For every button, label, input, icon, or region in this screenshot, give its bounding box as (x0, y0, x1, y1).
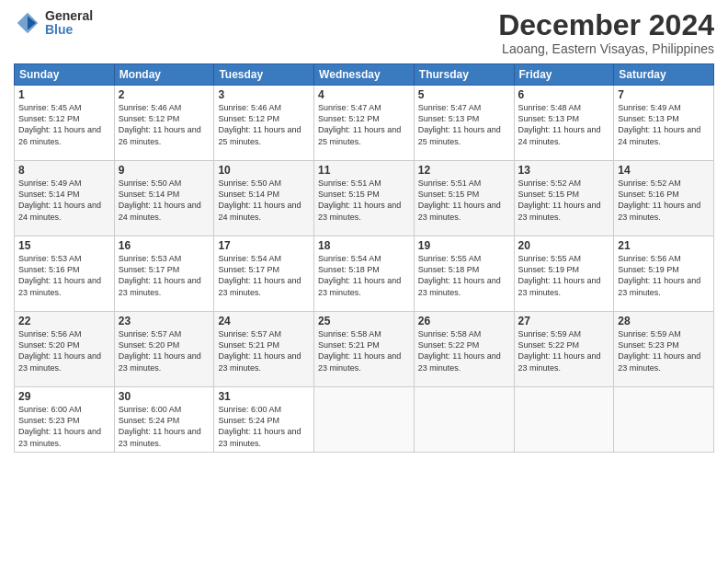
day-number: 25 (318, 315, 410, 327)
day-number: 8 (18, 164, 110, 177)
day-info: Sunrise: 5:48 AMSunset: 5:13 PMDaylight:… (518, 102, 610, 147)
day-number: 13 (518, 164, 610, 177)
day-info: Sunrise: 5:59 AMSunset: 5:22 PMDaylight:… (518, 328, 610, 373)
calendar-week-4: 22Sunrise: 5:56 AMSunset: 5:20 PMDayligh… (15, 312, 714, 387)
calendar-cell: 22Sunrise: 5:56 AMSunset: 5:20 PMDayligh… (15, 312, 115, 387)
calendar-cell (314, 387, 415, 453)
day-info: Sunrise: 5:46 AMSunset: 5:12 PMDaylight:… (218, 102, 310, 147)
day-header-tuesday: Tuesday (214, 64, 314, 86)
day-number: 19 (418, 239, 510, 252)
calendar-cell: 12Sunrise: 5:51 AMSunset: 5:15 PMDayligh… (414, 161, 514, 236)
calendar-week-2: 8Sunrise: 5:49 AMSunset: 5:14 PMDaylight… (15, 161, 714, 236)
day-number: 14 (618, 164, 710, 177)
calendar-cell: 11Sunrise: 5:51 AMSunset: 5:15 PMDayligh… (314, 161, 415, 236)
day-info: Sunrise: 5:47 AMSunset: 5:13 PMDaylight:… (418, 102, 510, 147)
header: General Blue December 2024 Laoang, Easte… (14, 9, 714, 56)
calendar-cell: 31Sunrise: 6:00 AMSunset: 5:24 PMDayligh… (214, 387, 314, 453)
calendar-cell: 14Sunrise: 5:52 AMSunset: 5:16 PMDayligh… (614, 161, 714, 236)
day-info: Sunrise: 5:51 AMSunset: 5:15 PMDaylight:… (318, 178, 410, 223)
day-number: 18 (318, 239, 410, 252)
day-info: Sunrise: 5:57 AMSunset: 5:21 PMDaylight:… (218, 328, 310, 373)
day-number: 27 (518, 315, 610, 327)
calendar-cell: 1Sunrise: 5:45 AMSunset: 5:12 PMDaylight… (15, 86, 115, 161)
day-info: Sunrise: 5:53 AMSunset: 5:16 PMDaylight:… (18, 253, 110, 298)
calendar-cell: 28Sunrise: 5:59 AMSunset: 5:23 PMDayligh… (614, 312, 714, 387)
day-number: 29 (18, 390, 110, 403)
day-info: Sunrise: 5:54 AMSunset: 5:17 PMDaylight:… (218, 253, 310, 298)
day-number: 31 (218, 390, 310, 403)
day-info: Sunrise: 5:50 AMSunset: 5:14 PMDaylight:… (119, 178, 210, 223)
day-info: Sunrise: 5:45 AMSunset: 5:12 PMDaylight:… (18, 102, 110, 147)
day-number: 22 (18, 315, 110, 327)
title-block: December 2024 Laoang, Eastern Visayas, P… (498, 9, 714, 56)
day-number: 21 (618, 239, 710, 252)
calendar-cell: 21Sunrise: 5:56 AMSunset: 5:19 PMDayligh… (614, 236, 714, 312)
calendar-cell: 26Sunrise: 5:58 AMSunset: 5:22 PMDayligh… (414, 312, 514, 387)
day-number: 20 (518, 239, 610, 252)
day-number: 10 (218, 164, 310, 177)
calendar-cell: 5Sunrise: 5:47 AMSunset: 5:13 PMDaylight… (414, 86, 514, 161)
day-info: Sunrise: 5:56 AMSunset: 5:20 PMDaylight:… (18, 328, 110, 373)
calendar-week-5: 29Sunrise: 6:00 AMSunset: 5:23 PMDayligh… (15, 387, 714, 453)
day-header-friday: Friday (514, 64, 614, 86)
day-header-sunday: Sunday (15, 64, 115, 86)
day-info: Sunrise: 5:54 AMSunset: 5:18 PMDaylight:… (318, 253, 410, 298)
calendar-cell: 13Sunrise: 5:52 AMSunset: 5:15 PMDayligh… (514, 161, 614, 236)
day-info: Sunrise: 5:58 AMSunset: 5:22 PMDaylight:… (418, 328, 510, 373)
calendar-cell: 23Sunrise: 5:57 AMSunset: 5:20 PMDayligh… (114, 312, 214, 387)
calendar-cell: 19Sunrise: 5:55 AMSunset: 5:18 PMDayligh… (414, 236, 514, 312)
calendar-week-1: 1Sunrise: 5:45 AMSunset: 5:12 PMDaylight… (15, 86, 714, 161)
day-info: Sunrise: 6:00 AMSunset: 5:24 PMDaylight:… (119, 404, 210, 449)
calendar-cell: 30Sunrise: 6:00 AMSunset: 5:24 PMDayligh… (114, 387, 214, 453)
calendar-cell: 3Sunrise: 5:46 AMSunset: 5:12 PMDaylight… (214, 86, 314, 161)
day-number: 23 (119, 315, 210, 327)
calendar-cell: 6Sunrise: 5:48 AMSunset: 5:13 PMDaylight… (514, 86, 614, 161)
day-number: 15 (18, 239, 110, 252)
day-number: 4 (318, 88, 410, 101)
day-number: 3 (218, 88, 310, 101)
day-number: 7 (618, 88, 710, 101)
day-info: Sunrise: 6:00 AMSunset: 5:24 PMDaylight:… (218, 404, 310, 449)
day-number: 28 (618, 315, 710, 327)
day-number: 2 (119, 88, 210, 101)
logo: General Blue (14, 9, 93, 38)
day-number: 30 (119, 390, 210, 403)
calendar-cell: 24Sunrise: 5:57 AMSunset: 5:21 PMDayligh… (214, 312, 314, 387)
day-header-monday: Monday (114, 64, 214, 86)
calendar-cell: 16Sunrise: 5:53 AMSunset: 5:17 PMDayligh… (114, 236, 214, 312)
day-info: Sunrise: 5:55 AMSunset: 5:18 PMDaylight:… (418, 253, 510, 298)
day-info: Sunrise: 6:00 AMSunset: 5:23 PMDaylight:… (18, 404, 110, 449)
calendar-week-3: 15Sunrise: 5:53 AMSunset: 5:16 PMDayligh… (15, 236, 714, 312)
day-info: Sunrise: 5:59 AMSunset: 5:23 PMDaylight:… (618, 328, 710, 373)
calendar-cell: 2Sunrise: 5:46 AMSunset: 5:12 PMDaylight… (114, 86, 214, 161)
day-number: 6 (518, 88, 610, 101)
day-info: Sunrise: 5:50 AMSunset: 5:14 PMDaylight:… (218, 178, 310, 223)
calendar-cell: 29Sunrise: 6:00 AMSunset: 5:23 PMDayligh… (15, 387, 115, 453)
day-info: Sunrise: 5:51 AMSunset: 5:15 PMDaylight:… (418, 178, 510, 223)
calendar: SundayMondayTuesdayWednesdayThursdayFrid… (14, 63, 714, 453)
page: General Blue December 2024 Laoang, Easte… (0, 0, 728, 563)
logo-blue: Blue (45, 23, 93, 37)
calendar-cell: 8Sunrise: 5:49 AMSunset: 5:14 PMDaylight… (15, 161, 115, 236)
calendar-cell: 20Sunrise: 5:55 AMSunset: 5:19 PMDayligh… (514, 236, 614, 312)
logo-icon (14, 9, 41, 37)
logo-general: General (45, 9, 93, 23)
location: Laoang, Eastern Visayas, Philippines (498, 41, 714, 56)
day-info: Sunrise: 5:47 AMSunset: 5:12 PMDaylight:… (318, 102, 410, 147)
logo-text: General Blue (45, 9, 93, 38)
day-info: Sunrise: 5:56 AMSunset: 5:19 PMDaylight:… (618, 253, 710, 298)
day-info: Sunrise: 5:58 AMSunset: 5:21 PMDaylight:… (318, 328, 410, 373)
calendar-cell: 17Sunrise: 5:54 AMSunset: 5:17 PMDayligh… (214, 236, 314, 312)
day-header-wednesday: Wednesday (314, 64, 415, 86)
calendar-cell: 7Sunrise: 5:49 AMSunset: 5:13 PMDaylight… (614, 86, 714, 161)
day-info: Sunrise: 5:49 AMSunset: 5:13 PMDaylight:… (618, 102, 710, 147)
day-number: 5 (418, 88, 510, 101)
calendar-cell: 27Sunrise: 5:59 AMSunset: 5:22 PMDayligh… (514, 312, 614, 387)
day-number: 24 (218, 315, 310, 327)
day-number: 26 (418, 315, 510, 327)
calendar-cell: 15Sunrise: 5:53 AMSunset: 5:16 PMDayligh… (15, 236, 115, 312)
day-info: Sunrise: 5:49 AMSunset: 5:14 PMDaylight:… (18, 178, 110, 223)
day-header-thursday: Thursday (414, 64, 514, 86)
calendar-cell (614, 387, 714, 453)
day-info: Sunrise: 5:53 AMSunset: 5:17 PMDaylight:… (119, 253, 210, 298)
